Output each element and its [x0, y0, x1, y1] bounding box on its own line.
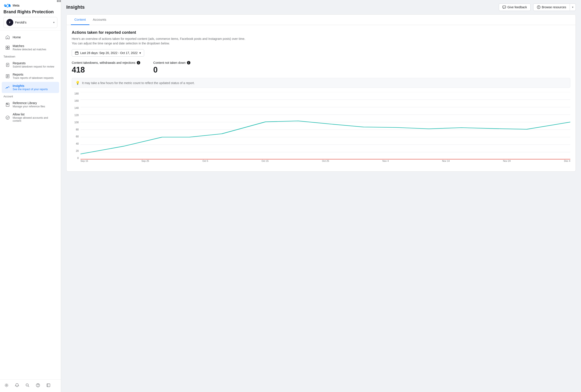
chevron-down-icon: ▾ — [53, 21, 54, 24]
collapse-icon[interactable] — [45, 382, 52, 390]
date-filter[interactable]: Last 28 days: Sep 20, 2022 - Oct 17, 202… — [72, 49, 144, 57]
metric-not-taken-down: Content not taken down i 0 — [153, 61, 190, 74]
y-label-60: 60 — [72, 135, 80, 138]
notifications-icon[interactable] — [14, 382, 20, 390]
give-feedback-button[interactable]: Give feedback — [499, 3, 530, 11]
svg-rect-35 — [503, 6, 506, 8]
topbar-actions: Give feedback Browse resources ▾ — [499, 3, 576, 11]
metric1-info-icon[interactable]: i — [137, 61, 140, 64]
sidebar-item-requests-sub: Submit takedown request for review — [13, 65, 54, 68]
bulb-icon: 💡 — [76, 81, 80, 85]
avatar: F — [6, 19, 13, 26]
sidebar-item-requests-label: Requests — [13, 61, 54, 65]
svg-rect-39 — [75, 52, 78, 54]
meta-logo-text: Meta — [13, 4, 20, 7]
insights-tabs: Content Accounts — [66, 14, 576, 25]
svg-point-38 — [538, 6, 539, 7]
metric1-label: Content takedowns, withdrawals and rejec… — [72, 61, 136, 64]
sidebar-item-reports[interactable]: Reports Track reports of takedown reques… — [2, 71, 59, 82]
home-icon — [5, 35, 10, 40]
grid-icon — [57, 0, 61, 2]
sidebar-item-insights-sub: See the impact of your reports — [13, 88, 48, 91]
meta-logo-icon — [4, 3, 11, 7]
main-content: Insights Give feedback Browse resources — [61, 0, 581, 392]
x-label-1: Sep 25 — [142, 160, 149, 166]
page-title: Insights — [66, 4, 84, 10]
search-icon[interactable] — [24, 382, 30, 390]
tab-content[interactable]: Content — [71, 14, 90, 25]
matches-icon — [5, 45, 10, 50]
svg-rect-6 — [57, 1, 58, 2]
sidebar-item-requests[interactable]: Requests Submit takedown request for rev… — [2, 59, 59, 70]
svg-line-30 — [28, 386, 29, 387]
sidebar-item-matches-sub: Review detected ad matches — [13, 48, 46, 51]
grid-icon-button[interactable] — [56, 0, 58, 4]
browse-resources-button: Browse resources ▾ — [533, 3, 576, 11]
meta-logo: Meta — [4, 3, 57, 7]
sidebar-item-allowlist-label: Allow list — [13, 113, 56, 116]
date-range-text: Last 28 days: Sep 20, 2022 - Oct 17, 202… — [80, 51, 138, 55]
notice-bar: 💡 It may take a few hours for the metric… — [72, 78, 570, 88]
account-selector[interactable]: F Feroldi's ▾ — [4, 17, 57, 28]
sidebar-item-allowlist[interactable]: Allow list Manage allowed accounts and c… — [2, 110, 59, 125]
y-label-100: 100 — [72, 121, 80, 124]
nav-section-takedown: Takedown — [0, 53, 61, 59]
content-area: Content Accounts Actions taken for repor… — [61, 14, 581, 392]
browse-resources-caret[interactable]: ▾ — [570, 4, 576, 10]
topbar: Insights Give feedback Browse resources — [61, 0, 581, 14]
svg-rect-11 — [6, 48, 8, 49]
sidebar-item-reference-sub: Manage your reference files — [13, 105, 45, 108]
info-circle-icon — [537, 5, 540, 9]
svg-point-32 — [38, 386, 38, 387]
account-name: Feroldi's — [15, 21, 52, 24]
chart-area — [80, 92, 570, 160]
browse-resources-main[interactable]: Browse resources — [534, 4, 570, 11]
sidebar-item-reference[interactable]: Reference Library Manage your reference … — [2, 99, 59, 110]
y-label-20: 20 — [72, 149, 80, 153]
sidebar-item-insights[interactable]: Insights See the impact of your reports — [2, 82, 59, 93]
x-label-3: Oct 15 — [262, 160, 268, 166]
insights-card: Content Accounts Actions taken for repor… — [66, 14, 576, 172]
x-label-6: Nov 14 — [442, 160, 450, 166]
svg-point-27 — [6, 116, 10, 119]
sidebar-item-reports-label: Reports — [13, 73, 54, 76]
metric2-info-icon[interactable]: i — [187, 61, 190, 64]
x-label-7: Nov 24 — [503, 160, 511, 166]
y-label-0: 0 — [72, 157, 80, 160]
help-icon[interactable] — [35, 382, 41, 390]
svg-rect-10 — [8, 46, 10, 47]
sidebar: Meta Brand Rights Protection — [0, 0, 61, 392]
y-label-40: 40 — [72, 142, 80, 145]
metric1-value: 418 — [72, 65, 140, 74]
y-label-140: 140 — [72, 107, 80, 110]
chart-y-labels: 0 20 40 60 80 100 120 140 160 180 — [72, 92, 80, 160]
sidebar-item-home[interactable]: Home — [2, 33, 59, 42]
notice-text: It may take a few hours for the metric c… — [82, 81, 195, 85]
sidebar-item-matches[interactable]: Matches Review detected ad matches — [2, 42, 59, 53]
nav-main: Home Matches Review detected ad matches … — [0, 31, 61, 127]
svg-rect-7 — [58, 1, 60, 2]
teal-chart-line — [80, 121, 570, 154]
y-label-80: 80 — [72, 128, 80, 131]
sidebar-item-reports-sub: Track reports of takedown requests — [13, 76, 54, 79]
chart-x-labels: Sep 15 Sep 25 Oct 5 Oct 15 Oct 25 Nov 4 … — [80, 160, 570, 166]
sidebar-item-home-label: Home — [13, 35, 21, 39]
settings-icon[interactable] — [4, 382, 10, 390]
date-chevron-icon: ▾ — [139, 51, 141, 55]
chart-section: Actions taken for reported content Here'… — [66, 25, 576, 171]
y-label-160: 160 — [72, 99, 80, 102]
metric-takedowns: Content takedowns, withdrawals and rejec… — [72, 61, 140, 74]
chart-svg — [80, 92, 570, 160]
reports-icon — [5, 74, 10, 79]
sidebar-item-insights-label: Insights — [13, 84, 48, 88]
svg-point-22 — [6, 88, 6, 88]
allowlist-icon — [5, 115, 10, 120]
reference-icon — [5, 102, 10, 107]
svg-rect-33 — [47, 384, 50, 387]
app-title: Brand Rights Protection — [4, 9, 57, 14]
tab-accounts[interactable]: Accounts — [90, 14, 110, 25]
svg-rect-9 — [6, 46, 8, 47]
svg-point-28 — [6, 385, 7, 386]
section-title: Actions taken for reported content — [72, 30, 570, 35]
sidebar-item-matches-label: Matches — [13, 44, 46, 48]
